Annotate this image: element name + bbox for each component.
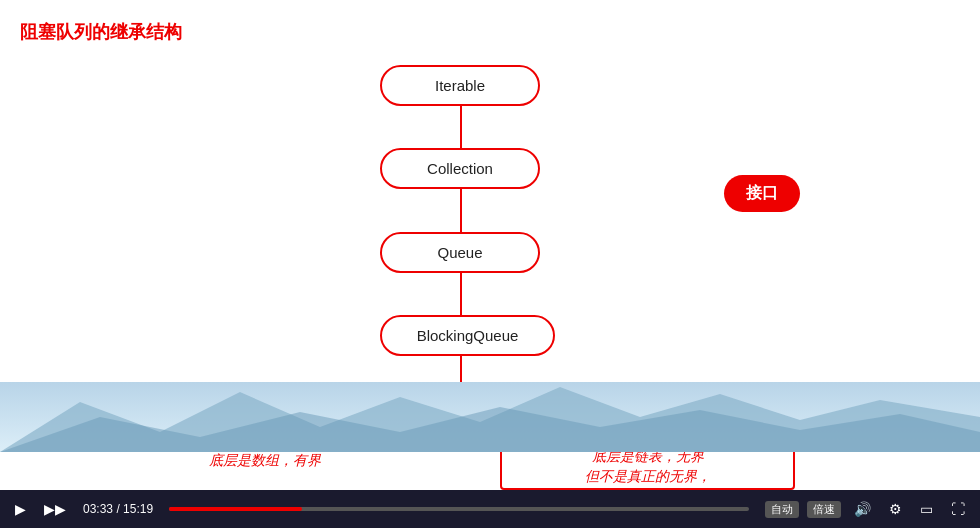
node-queue: Queue (380, 232, 540, 273)
auto-label[interactable]: 自动 (765, 501, 799, 518)
interface-badge: 接口 (724, 175, 800, 212)
control-bar: ▶ ▶▶ 03:33 / 15:19 自动 倍速 🔊 ⚙ ▭ ⛶ (0, 490, 980, 528)
page-title: 阻塞队列的继承结构 (20, 20, 182, 44)
control-right: 自动 倍速 🔊 ⚙ ▭ ⛶ (765, 499, 970, 519)
time-display: 03:33 / 15:19 (83, 502, 153, 516)
pip-button[interactable]: ▭ (915, 499, 938, 519)
volume-button[interactable]: 🔊 (849, 499, 876, 519)
connector-3 (460, 272, 462, 316)
desc-abq: 底层是数组，有界 (140, 452, 390, 470)
play-button[interactable]: ▶ (10, 499, 31, 519)
next-button[interactable]: ▶▶ (39, 499, 71, 519)
progress-fill (169, 507, 302, 511)
node-blockingqueue: BlockingQueue (380, 315, 555, 356)
connector-2 (460, 187, 462, 233)
content-area: 阻塞队列的继承结构 Iterable Collection Queue Bloc… (0, 0, 980, 490)
speed-label[interactable]: 倍速 (807, 501, 841, 518)
settings-button[interactable]: ⚙ (884, 499, 907, 519)
node-iterable: Iterable (380, 65, 540, 106)
progress-bar[interactable] (169, 507, 749, 511)
connector-1 (460, 103, 462, 149)
node-collection: Collection (380, 148, 540, 189)
fullscreen-button[interactable]: ⛶ (946, 499, 970, 519)
mountain-background (0, 382, 980, 452)
